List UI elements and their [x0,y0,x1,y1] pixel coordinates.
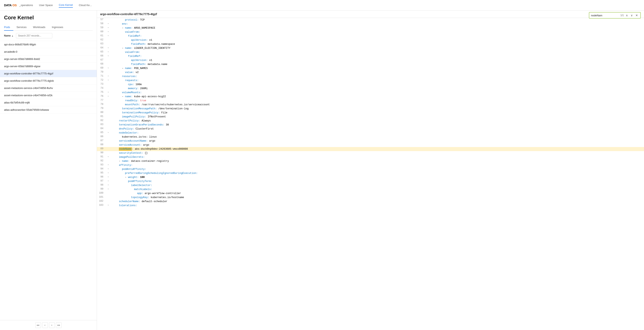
prev-page-button[interactable]: ‹ [42,322,48,328]
next-page-button[interactable]: › [49,322,55,328]
sort-ascending-icon[interactable]: ▲ [12,35,14,37]
line-toggle[interactable]: ▾ [106,22,110,26]
code-line: 103 ▾ tolerations: [97,204,644,208]
code-line: 74 memory: 200Mi [97,86,644,91]
line-code: serviceAccountName: argo [110,139,644,143]
line-toggle[interactable]: ▾ [106,131,110,135]
line-number: 66 [97,54,106,58]
line-toggle[interactable]: ▾ [106,171,110,175]
line-code: valueFrom: [110,50,644,54]
first-page-button[interactable]: «« [35,322,41,328]
line-toggle [106,200,110,204]
code-line: 84 dnsPolicy: ClusterFirst [97,127,644,131]
line-number: 61 [97,34,106,38]
line-toggle[interactable]: ▾ [106,46,110,50]
sidebar-header: Core Kernel Pods Services Workloads Ingr… [0,10,97,31]
code-line: 86 kubernetes.io/os: linux [97,135,644,139]
line-toggle[interactable]: ▾ [106,66,110,70]
list-item[interactable]: arcadedb-0 [0,48,97,55]
tab-workloads[interactable]: Workloads [30,24,49,31]
line-number: 86 [97,135,106,139]
line-code: imagePullSecrets: [110,155,644,159]
line-toggle[interactable]: ▾ [106,175,110,179]
pagination: «« ‹ › »» [0,320,97,330]
line-code: - name: dataos-container-registry [110,159,644,163]
line-code: resources: [110,74,644,78]
search-match-count: 1/1 [620,14,624,17]
list-item[interactable]: atlas-adhocworker-55dd79569-b4www [0,106,97,114]
nav-cloud-ke[interactable]: Cloud Ke... [79,3,92,7]
line-toggle[interactable]: ▾ [106,167,110,171]
line-toggle[interactable]: ▾ [106,54,110,58]
line-toggle[interactable]: ▾ [106,95,110,99]
tab-ingresses[interactable]: Ingresses [49,24,66,31]
find-input[interactable] [591,14,619,17]
pod-name: argo-server-65bb7d8869-vlgsw [4,65,93,68]
code-line: 83 terminationGracePeriodSeconds: 30 [97,123,644,127]
line-code: imagePullPolicy: IfNotPresent [110,115,644,119]
line-toggle[interactable]: ▾ [106,30,110,34]
line-code: memory: 200Mi [110,86,644,91]
line-code: requests: [110,78,644,82]
list-item[interactable]: argo-workflow-controller-6f776c7775-4tgz… [0,70,97,77]
name-column-header: Name ▲ [4,34,14,37]
main-layout: Core Kernel Pods Services Workloads Ingr… [0,10,644,330]
line-code: fieldPath: metadata.namespace [110,42,644,46]
search-input[interactable] [16,33,52,38]
list-item[interactable]: asset-metastore-service-c4b474858-fkvhv [0,84,97,92]
list-item[interactable]: argo-server-65bb7d8869-vlgsw [0,63,97,70]
pod-name: atlas-adhocworker-55dd79569-b4www [4,108,93,111]
line-number: 91 [97,155,106,159]
line-code: valueFrom: [110,30,644,34]
line-code: fieldPath: metadata.name [110,62,644,66]
list-item[interactable]: api-docs-668d576bf6-96jph [0,41,97,48]
line-toggle[interactable]: ▾ [106,34,110,38]
line-toggle[interactable]: ▾ [106,187,110,191]
line-toggle [106,135,110,139]
line-toggle [106,99,110,103]
line-number: 76 [97,95,106,99]
line-toggle[interactable]: ▾ [106,74,110,78]
tab-services[interactable]: Services [13,24,30,31]
line-toggle[interactable]: ▾ [106,50,110,54]
list-item[interactable]: asset-metastore-service-c4b474858-rsf2k [0,92,97,99]
line-code: labelSelector: [110,183,644,187]
line-toggle[interactable]: ▾ [106,204,110,208]
last-page-button[interactable]: »» [56,322,62,328]
list-item[interactable]: argo-server-65bb7d8869-8sld2 [0,55,97,63]
line-number: 92 [97,159,106,163]
line-number: 62 [97,38,106,42]
line-toggle[interactable]: ▾ [106,183,110,187]
nav-user-space[interactable]: User Space [39,3,53,7]
code-line: 80 terminationMessagePolicy: File [97,111,644,115]
line-number: 90 [97,151,106,155]
line-toggle[interactable]: ▾ [106,163,110,167]
sidebar: Core Kernel Pods Services Workloads Ingr… [0,10,97,330]
line-number: 97 [97,179,106,183]
line-code: - name: POD_NAMES [110,66,644,70]
find-prev-button[interactable]: ∧ [625,13,629,17]
find-close-button[interactable]: ✕ [635,13,639,17]
tab-pods[interactable]: Pods [4,24,13,31]
line-number: 67 [97,58,106,62]
line-number: 68 [97,62,106,66]
line-toggle[interactable]: ▾ [106,26,110,30]
line-number: 77 [97,99,106,103]
code-panel: argo-workflow-controller-6f776c7775-4tgz… [97,10,644,330]
nav-core-kernel[interactable]: Core Kernel [59,2,73,8]
line-toggle[interactable]: ▾ [106,78,110,82]
line-number: 95 [97,171,106,175]
line-number: 87 [97,139,106,143]
line-code: schedulerName: default-scheduler [110,200,644,204]
line-toggle [106,107,110,111]
line-toggle [106,195,110,200]
line-toggle[interactable]: ▾ [106,155,110,159]
code-line: 79 terminationMessagePath: /dev/terminat… [97,107,644,111]
line-toggle[interactable]: ▾ [106,179,110,183]
list-item[interactable]: atlas-6b7bf54c89-mjllt [0,99,97,106]
line-code: topologyKey: kubernetes.io/hostname [110,195,644,200]
find-next-button[interactable]: ∨ [630,13,634,17]
line-toggle[interactable]: ▾ [106,91,110,95]
line-number: 72 [97,78,106,82]
list-item[interactable]: argo-workflow-controller-6f776c7775-dglx… [0,77,97,84]
